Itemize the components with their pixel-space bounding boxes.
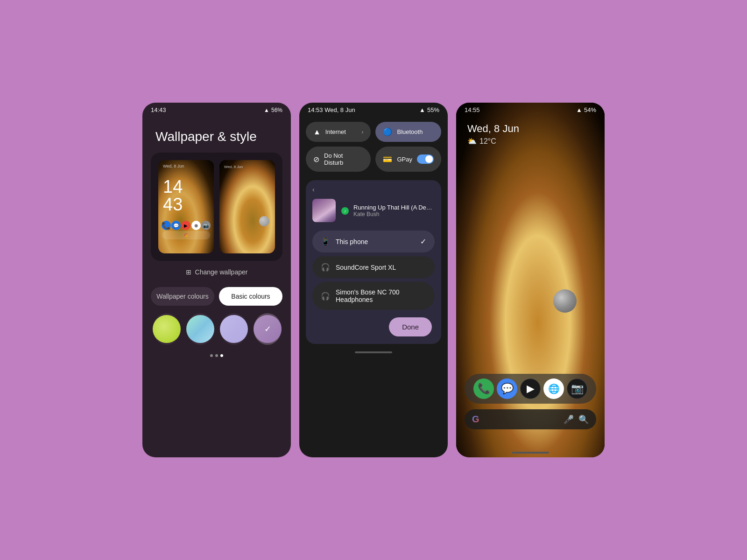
wallpaper-preview-container: Wed, 8 Jun 14 43 📞 💬 ▶ ⊕ 📷 G: [151, 153, 282, 261]
screen3-home-indicator: [456, 452, 605, 454]
done-btn-container: Done: [306, 314, 441, 344]
change-wallpaper-button[interactable]: ⊞ Change wallpaper: [142, 268, 291, 276]
moon-shape: [553, 289, 577, 313]
output-this-phone-label: This phone: [336, 238, 415, 245]
screen3-battery: 54%: [584, 106, 596, 113]
qs-tile-internet[interactable]: ▲ Internet ›: [306, 122, 371, 142]
screen2-battery: 55%: [427, 106, 439, 113]
preview1-hour: 14: [163, 178, 209, 196]
wifi-icon: ▲: [264, 107, 269, 113]
date-text: Wed, 8 Jun: [467, 123, 593, 135]
swatch-purple-selected[interactable]: ✓: [254, 313, 282, 345]
microphone-icon[interactable]: 🎤: [564, 414, 574, 425]
preview-app-chrome: ⊕: [191, 221, 201, 230]
app-dock: 📞 💬 ▶ 🌐 📷 G 🎤 🔍: [456, 374, 605, 429]
pagination-dot-2: [215, 354, 218, 357]
media-artist: Kate Bush: [353, 211, 435, 217]
temperature: 12°C: [479, 137, 496, 146]
headphone-bose-icon: 🎧: [321, 292, 330, 301]
screen2-home-bar: [355, 351, 392, 353]
swatch-purple-circle: ✓: [254, 315, 282, 343]
phone-output-icon: 📱: [321, 237, 330, 246]
media-info: Running Up That Hill (A Deal With G... K…: [353, 204, 435, 217]
spotify-badge: ♪: [341, 207, 349, 215]
output-bose[interactable]: 🎧 Simon's Bose NC 700 Headphones: [312, 282, 435, 310]
gpay-tile-icon: 💳: [383, 155, 392, 164]
screen2-status-icons: ▲ 55%: [419, 106, 439, 113]
preview1-time: 14 43: [163, 178, 209, 213]
qs-tile-bluetooth[interactable]: 🔵 Bluetooth: [375, 122, 441, 142]
swatch-yellow[interactable]: [153, 313, 181, 345]
wallpaper-colours-tab[interactable]: Wallpaper colours: [151, 287, 214, 306]
output-soundcore[interactable]: 🎧 SoundCore Sport XL: [312, 256, 435, 278]
headphone-soundcore-icon: 🎧: [321, 263, 330, 272]
media-card-content: ♪ Running Up That Hill (A Deal With G...…: [306, 197, 441, 227]
qs-tile-gpay-label: GPay: [397, 156, 412, 163]
preview-phone-home[interactable]: Wed, 8 Jun: [219, 160, 275, 253]
basic-colours-tab[interactable]: Basic colours: [219, 287, 282, 306]
dock-chrome-icon[interactable]: 🌐: [543, 378, 564, 399]
screen1-wallpaper-style: 14:43 ▲ 56% Wallpaper & style Wed, 8 Jun…: [142, 103, 291, 457]
bluetooth-tile-icon: 🔵: [383, 127, 392, 136]
preview-app-msg: 💬: [171, 221, 181, 230]
qs-tile-internet-label: Internet: [325, 128, 346, 135]
output-list: 📱 This phone ✓ 🎧 SoundCore Sport XL 🎧 Si…: [312, 231, 435, 310]
pagination: [142, 354, 291, 365]
swatch-mint-circle: [186, 315, 214, 343]
qs-tile-bluetooth-label: Bluetooth: [397, 128, 423, 135]
preview-moon: [259, 216, 269, 226]
screen2-home-indicator: [299, 348, 448, 357]
color-tab-buttons: Wallpaper colours Basic colours: [151, 287, 282, 306]
screen1-status-icons: ▲ 56%: [264, 107, 282, 113]
dock-messages-icon[interactable]: 💬: [497, 378, 517, 399]
preview2-content: Wed, 8 Jun: [219, 160, 275, 173]
media-card-header: ‹: [306, 180, 441, 197]
output-this-phone[interactable]: 📱 This phone ✓: [312, 231, 435, 252]
google-lens-icon[interactable]: 🔍: [578, 414, 589, 425]
preview-google-bar: G: [162, 231, 210, 239]
preview-app-phone: 📞: [162, 221, 171, 230]
screen3-status-icons: ▲ 54%: [576, 106, 596, 113]
preview-app-cam: 📷: [201, 221, 211, 230]
preview1-min: 43: [163, 196, 209, 213]
screen3-home: 14:55 ▲ 54% Wed, 8 Jun ⛅ 12°C 📞 💬 ▶ 🌐 📷: [456, 103, 605, 457]
screen1-status-bar: 14:43 ▲ 56%: [142, 103, 291, 115]
preview-phone-lock[interactable]: Wed, 8 Jun 14 43 📞 💬 ▶ ⊕ 📷 G: [158, 160, 214, 253]
media-title: Running Up That Hill (A Deal With G...: [353, 204, 435, 211]
album-art: [312, 199, 336, 222]
screens-container: 14:43 ▲ 56% Wallpaper & style Wed, 8 Jun…: [142, 103, 605, 457]
change-wallpaper-icon: ⊞: [186, 268, 191, 276]
weather-text: ⛅ 12°C: [467, 137, 593, 146]
swatch-mint[interactable]: [186, 313, 214, 345]
google-search-bar[interactable]: G 🎤 🔍: [465, 409, 596, 429]
screen1-time: 14:43: [151, 106, 166, 113]
dock-camera-icon[interactable]: 📷: [567, 378, 587, 399]
dock-icons-row: 📞 💬 ▶ 🌐 📷: [465, 374, 596, 404]
screen3-wifi-icon: ▲: [576, 106, 582, 113]
screen2-status-bar: 14:53 Wed, 8 Jun ▲ 55%: [299, 103, 448, 115]
wallpaper-style-title: Wallpaper & style: [142, 115, 291, 153]
wifi-tile-icon: ▲: [313, 128, 321, 136]
quick-settings-tiles: ▲ Internet › 🔵 Bluetooth ⊘ Do Not Distur…: [299, 115, 448, 176]
output-bose-label: Simon's Bose NC 700 Headphones: [336, 288, 426, 303]
qs-tile-gpay[interactable]: 💳 GPay: [375, 147, 441, 172]
chevron-right-icon: ›: [361, 129, 363, 135]
battery-icon: 56%: [271, 107, 282, 113]
media-card: ‹ ♪ Running Up That Hill (A Deal With G.…: [306, 180, 441, 344]
dnd-tile-icon: ⊘: [313, 155, 319, 164]
qs-tile-dnd[interactable]: ⊘ Do Not Disturb: [306, 147, 371, 172]
preview-apps: 📞 💬 ▶ ⊕ 📷: [158, 221, 214, 230]
swatch-lavender[interactable]: [220, 313, 248, 345]
preview2-date: Wed, 8 Jun: [224, 165, 270, 169]
color-swatches: ✓: [142, 313, 291, 345]
dock-play-icon[interactable]: ▶: [520, 378, 541, 399]
date-weather: Wed, 8 Jun ⛅ 12°C: [456, 115, 605, 153]
dock-phone-icon[interactable]: 📞: [473, 378, 494, 399]
gpay-toggle[interactable]: [417, 154, 434, 164]
done-button[interactable]: Done: [389, 317, 432, 336]
preview1-content: Wed, 8 Jun 14 43: [158, 160, 214, 217]
screen2-time: 14:53 Wed, 8 Jun: [308, 106, 355, 113]
preview1-date: Wed, 8 Jun: [163, 164, 209, 168]
spotify-icon-container: ♪: [341, 206, 348, 215]
back-arrow-icon[interactable]: ‹: [312, 186, 315, 193]
